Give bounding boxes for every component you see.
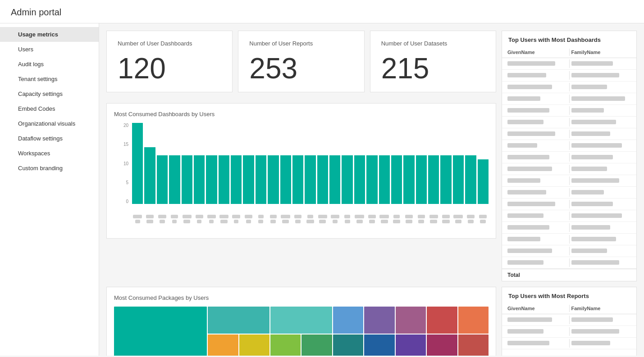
stat-label-dashboards: Number of User Dashboards: [118, 40, 221, 47]
bar-chart: 20151050: [114, 123, 489, 213]
x-label-2: [157, 215, 168, 223]
x-label-19: [366, 215, 377, 223]
sidebar-item-dataflow-settings[interactable]: Dataflow settings: [0, 131, 99, 146]
sidebar-item-custom-branding[interactable]: Custom branding: [0, 161, 99, 176]
treemap-cell-0: [114, 307, 207, 356]
x-label-15: [317, 215, 328, 223]
x-label-26: [453, 215, 464, 223]
treemap-cell-11: [301, 334, 332, 356]
table-row: [502, 187, 636, 199]
y-label: 10: [114, 161, 128, 166]
bar-5: [194, 155, 205, 204]
family-cell: [569, 71, 633, 80]
table-row: [502, 210, 636, 222]
treemap-cell-2: [270, 307, 332, 334]
table-row: [502, 199, 636, 210]
x-label-7: [219, 215, 229, 223]
given-cell: [506, 188, 569, 197]
sidebar-item-tenant-settings[interactable]: Tenant settings: [0, 72, 99, 86]
top-users-reports-body: [502, 314, 636, 356]
table-row: [502, 140, 636, 152]
family-cell: [569, 176, 633, 185]
sidebar-item-users[interactable]: Users: [0, 42, 99, 57]
x-label-3: [169, 215, 180, 223]
treemap-cell-8: [208, 334, 238, 356]
family-cell: [569, 235, 633, 244]
family-cell: [569, 188, 633, 197]
table-row: [502, 163, 636, 175]
given-cell: [506, 153, 569, 162]
x-label-11: [268, 215, 279, 223]
bar-27: [465, 155, 476, 204]
given-cell: [506, 95, 569, 103]
bar-3: [169, 155, 180, 204]
bottom-row: Most Consumed Packages by Users Top User…: [106, 287, 637, 356]
table-row: [502, 175, 636, 187]
stat-label-reports: Number of User Reports: [249, 40, 353, 47]
sidebar-item-capacity-settings[interactable]: Capacity settings: [0, 86, 99, 101]
x-label-12: [280, 215, 291, 223]
sidebar-item-usage-metrics[interactable]: Usage metrics: [0, 27, 99, 42]
treemap-cell-14: [396, 334, 426, 356]
bar-18: [354, 155, 365, 204]
x-label-18: [354, 215, 365, 223]
top-users-dashboards-panel: Top Users with Most Dashboards GivenName…: [502, 31, 637, 281]
bar-9: [243, 155, 254, 204]
bar-25: [440, 155, 451, 204]
treemap-cell-3: [333, 307, 363, 334]
top-users-dashboards-header: GivenName FamilyName: [502, 47, 636, 58]
x-label-10: [256, 215, 266, 223]
x-label-28: [478, 215, 489, 223]
bar-1: [144, 147, 155, 204]
bar-7: [219, 155, 229, 204]
total-label: Total: [507, 272, 520, 278]
y-label: 20: [114, 123, 128, 128]
given-cell: [506, 176, 569, 185]
page-title: Admin portal: [11, 7, 633, 18]
sidebar-item-workspaces[interactable]: Workspaces: [0, 146, 99, 161]
family-cell: [569, 327, 633, 336]
family-cell: [569, 212, 633, 220]
given-cell: [506, 71, 569, 80]
table-row: [502, 70, 636, 81]
given-cell: [506, 130, 569, 138]
bar-21: [391, 155, 402, 204]
x-label-5: [194, 215, 205, 223]
family-cell: [569, 153, 633, 162]
bar-4: [182, 155, 192, 204]
x-label-25: [440, 215, 451, 223]
family-cell: [569, 106, 633, 115]
given-cell: [506, 327, 569, 336]
x-label-21: [391, 215, 402, 223]
stat-value-datasets: 215: [381, 54, 485, 83]
table-row: [502, 105, 636, 117]
x-label-13: [292, 215, 303, 223]
bar-10: [256, 155, 266, 204]
bar-20: [379, 155, 390, 204]
top-users-reports-title: Top Users with Most Reports: [502, 287, 636, 303]
stat-value-reports: 253: [249, 54, 353, 83]
table-row: [502, 58, 636, 70]
packages-title: Most Consumed Packages by Users: [114, 294, 489, 301]
bar-14: [305, 155, 315, 204]
family-cell: [569, 83, 633, 91]
family-cell: [569, 200, 633, 208]
family-cell: [569, 247, 633, 255]
stat-value-dashboards: 120: [118, 54, 221, 83]
treemap-cell-13: [364, 334, 394, 356]
treemap-cell-4: [364, 307, 394, 334]
bar-17: [342, 155, 352, 204]
given-cell: [506, 141, 569, 150]
bar-chart-section: Most Consumed Dashboards by Users 201510…: [106, 103, 496, 239]
bar-19: [366, 155, 377, 204]
sidebar-item-audit-logs[interactable]: Audit logs: [0, 57, 99, 72]
sidebar-item-organizational-visuals[interactable]: Organizational visuals: [0, 116, 99, 131]
x-label-9: [243, 215, 254, 223]
table-row: [502, 314, 636, 326]
given-cell: [506, 316, 569, 324]
bar-22: [403, 155, 414, 204]
x-label-23: [416, 215, 427, 223]
sidebar-item-embed-codes[interactable]: Embed Codes: [0, 101, 99, 116]
y-label: 0: [114, 199, 128, 204]
given-cell: [506, 83, 569, 91]
